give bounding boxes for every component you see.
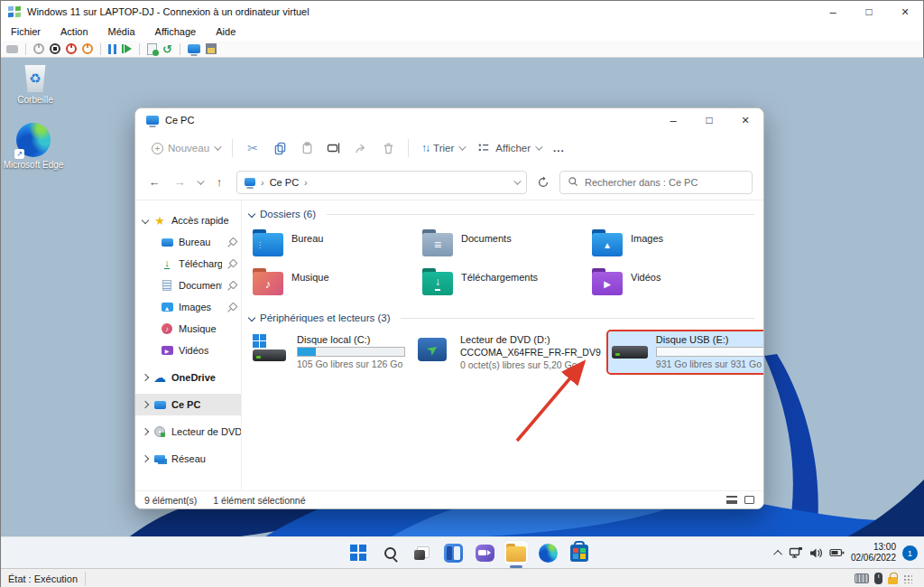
breadcrumb-chevron-icon [304, 177, 308, 188]
maximize-button[interactable] [851, 1, 887, 23]
delete-icon[interactable] [381, 141, 395, 155]
chevron-right-icon [142, 455, 149, 462]
menu-media[interactable]: Média [98, 23, 145, 41]
more-options-button[interactable]: ... [553, 143, 565, 154]
shut-down-vm-icon[interactable] [66, 43, 77, 54]
checkpoint-icon[interactable] [147, 43, 157, 55]
folders-section-header[interactable]: Dossiers (6) [249, 206, 754, 222]
network-tray-icon[interactable] [789, 546, 803, 559]
chat-button[interactable] [473, 541, 496, 564]
sort-icon [421, 142, 429, 154]
menu-fichier[interactable]: Fichier [1, 23, 51, 41]
volume-tray-icon[interactable] [809, 547, 823, 559]
folder-item-musique[interactable]: Musique [249, 266, 415, 303]
search-box[interactable] [559, 171, 753, 194]
copy-icon[interactable] [273, 141, 287, 155]
resize-grip[interactable] [903, 574, 912, 583]
sidebar-item-images[interactable]: Images [135, 296, 241, 318]
minimize-button[interactable] [815, 1, 851, 23]
drive-item-c[interactable]: Disque local (C:) 105 Go libres sur 126 … [249, 331, 409, 373]
drive-item-dvd[interactable]: Lecteur de DVD (D:) CCCOMA_X64FRE_FR-FR_… [412, 331, 605, 373]
recent-locations-icon[interactable] [197, 177, 204, 184]
start-vm-icon[interactable] [33, 43, 44, 54]
breadcrumb-ce-pc[interactable]: Ce PC [270, 177, 299, 188]
taskbar-search-button[interactable] [378, 541, 402, 564]
pin-icon [227, 282, 236, 290]
explorer-commandbar: Nouveau [135, 132, 763, 164]
system-tray: 13:00 02/06/2022 1 [776, 537, 918, 568]
up-icon[interactable]: ↑ [211, 175, 227, 189]
forward-icon[interactable]: → [171, 175, 188, 189]
menu-affichage[interactable]: Affichage [145, 23, 207, 41]
search-input[interactable] [585, 177, 744, 188]
save-vm-icon[interactable] [82, 43, 93, 54]
enhanced-session-icon[interactable] [188, 44, 200, 53]
explorer-minimize-button[interactable] [655, 108, 691, 132]
drives-section-header[interactable]: Périphériques et lecteurs (3) [249, 310, 754, 326]
menu-aide[interactable]: Aide [206, 23, 245, 41]
taskbar-clock[interactable]: 13:00 02/06/2022 [851, 542, 896, 564]
paste-icon[interactable] [300, 141, 314, 155]
view-button[interactable]: Afficher [476, 141, 541, 155]
sidebar-item-documents[interactable]: Documents [135, 275, 241, 296]
sidebar-item-musique[interactable]: Musique [135, 318, 241, 340]
task-view-button[interactable] [410, 541, 433, 564]
sidebar-item-reseau[interactable]: Réseau [135, 448, 241, 470]
edge-button[interactable] [536, 541, 559, 564]
desktop-icon [162, 238, 173, 247]
vm-settings-icon[interactable] [206, 43, 217, 54]
start-button[interactable] [346, 541, 370, 564]
sidebar-item-lecteur-dvd[interactable]: Lecteur de DVD (D:) [135, 421, 241, 443]
hidden-icons-chevron[interactable] [773, 549, 782, 558]
address-dropdown-icon[interactable] [513, 177, 521, 184]
back-icon[interactable]: ← [146, 175, 162, 189]
folder-icon [422, 233, 453, 256]
details-view-icon[interactable] [726, 496, 737, 504]
sidebar-item-onedrive[interactable]: OneDrive [135, 367, 241, 388]
revert-icon[interactable] [162, 43, 172, 55]
this-pc-icon [146, 116, 159, 125]
windows-start-icon [350, 545, 366, 561]
folder-item-bureau[interactable]: Bureau [249, 228, 415, 264]
search-icon [384, 547, 396, 559]
drive-item-usb-selected[interactable]: Disque USB (E:) 931 Go libres sur 931 Go [608, 331, 763, 373]
folders-section-title: Dossiers (6) [260, 209, 316, 219]
cut-icon[interactable] [245, 141, 260, 155]
explorer-maximize-button[interactable] [691, 108, 727, 132]
widgets-button[interactable] [441, 541, 465, 564]
sidebar-item-videos[interactable]: Vidéos [135, 340, 241, 361]
recycle-bin-desktop-icon[interactable]: Corbeille [3, 65, 68, 105]
folder-item-images[interactable]: Images [588, 228, 754, 264]
turn-off-vm-icon[interactable] [50, 43, 60, 54]
explorer-window-controls [655, 108, 763, 130]
close-button[interactable] [887, 1, 923, 23]
folder-item-documents[interactable]: Documents [419, 228, 585, 264]
notification-badge[interactable]: 1 [902, 545, 918, 561]
folder-item-telechargements[interactable]: Téléchargements [419, 266, 585, 303]
clock-time: 13:00 [851, 542, 896, 554]
sidebar-label: Ce PC [171, 399, 200, 410]
resume-vm-icon[interactable] [125, 44, 132, 53]
large-icons-view-icon[interactable] [744, 496, 754, 504]
folder-item-videos[interactable]: Vidéos [588, 266, 754, 303]
file-explorer-button[interactable] [504, 541, 528, 564]
share-icon[interactable] [354, 141, 368, 155]
sidebar-item-ce-pc[interactable]: Ce PC [135, 394, 241, 415]
explorer-close-button[interactable] [727, 108, 763, 132]
battery-tray-icon[interactable] [829, 547, 845, 558]
new-button[interactable]: Nouveau [152, 143, 219, 154]
sidebar-item-telechargements[interactable]: Téléchargements [135, 253, 241, 275]
sort-button[interactable]: Trier [421, 142, 464, 154]
store-button[interactable] [568, 541, 591, 564]
sidebar-item-bureau[interactable]: Bureau [135, 231, 241, 253]
pause-vm-icon[interactable] [108, 44, 116, 54]
edge-desktop-icon[interactable]: Microsoft Edge [1, 123, 66, 170]
sidebar-item-acces-rapide[interactable]: Accès rapide [135, 210, 241, 231]
refresh-icon[interactable] [536, 175, 550, 190]
address-bar[interactable]: Ce PC [236, 171, 527, 194]
rename-icon[interactable] [327, 141, 341, 155]
view-icon [476, 141, 491, 155]
ctrl-alt-del-icon[interactable] [6, 45, 18, 53]
folder-label: Téléchargements [461, 272, 538, 283]
menu-action[interactable]: Action [51, 23, 98, 41]
